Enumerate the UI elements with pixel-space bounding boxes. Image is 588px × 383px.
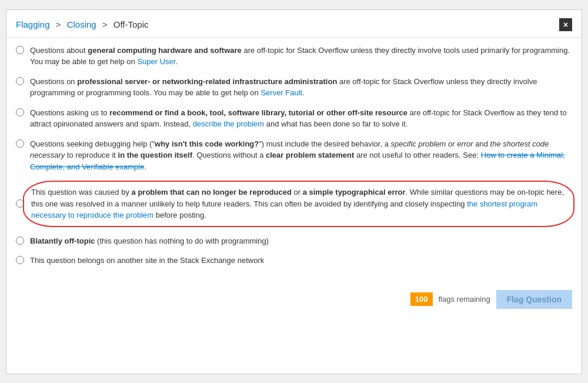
breadcrumb: Flagging > Closing > Off-Topic — [16, 19, 149, 29]
dialog-body: Questions about general computing hardwa… — [6, 38, 582, 284]
server-fault-link[interactable]: Server Fault — [260, 88, 302, 97]
option-text-6: Blatantly off-topic (this question has n… — [30, 235, 572, 247]
option-text-7: This question belongs on another site in… — [30, 255, 572, 267]
close-button[interactable]: × — [559, 18, 572, 31]
option-radio-2[interactable] — [16, 77, 24, 85]
shortest-program-link[interactable]: the shortest program necessary to reprod… — [31, 199, 537, 220]
option-row-highlighted: This question was caused by a problem th… — [16, 181, 572, 227]
dialog-footer: 100 flags remaining Flag Question — [6, 284, 582, 318]
flags-remaining-label: flags remaining — [439, 295, 490, 304]
option-row: This question belongs on another site in… — [16, 255, 572, 267]
highlighted-option: This question was caused by a problem th… — [23, 181, 574, 227]
option-radio-3[interactable] — [16, 108, 24, 116]
breadcrumb-sep1: > — [56, 19, 61, 29]
option-text-4: Questions seeking debugging help ("why i… — [30, 138, 572, 173]
option-text-1: Questions about general computing hardwa… — [30, 45, 572, 68]
option-row: Blatantly off-topic (this question has n… — [16, 235, 572, 247]
breadcrumb-closing[interactable]: Closing — [67, 19, 96, 29]
flags-count-badge: 100 — [410, 292, 433, 306]
breadcrumb-flagging[interactable]: Flagging — [16, 19, 50, 29]
describe-problem-link[interactable]: describe the problem — [193, 119, 264, 128]
option-text-3: Questions asking us to recommend or find… — [30, 107, 572, 130]
option-radio-4[interactable] — [16, 139, 24, 148]
flag-question-button[interactable]: Flag Question — [496, 290, 572, 309]
breadcrumb-current: Off-Topic — [113, 19, 149, 29]
option-text-5: This question was caused by a problem th… — [31, 186, 566, 221]
dialog-header: Flagging > Closing > Off-Topic × — [6, 10, 582, 38]
option-radio-7[interactable] — [16, 256, 24, 264]
breadcrumb-sep2: > — [102, 19, 108, 29]
option-row: Questions asking us to recommend or find… — [16, 107, 572, 130]
option-row: Questions on professional server- or net… — [16, 76, 572, 99]
option-radio-1[interactable] — [16, 46, 24, 54]
option-radio-6[interactable] — [16, 237, 24, 245]
super-user-link[interactable]: Super User — [137, 57, 175, 66]
option-row: Questions seeking debugging help ("why i… — [16, 138, 572, 173]
option-text-2: Questions on professional server- or net… — [30, 76, 572, 99]
flag-dialog: Flagging > Closing > Off-Topic × Questio… — [6, 9, 582, 374]
option-row: Questions about general computing hardwa… — [16, 45, 572, 68]
